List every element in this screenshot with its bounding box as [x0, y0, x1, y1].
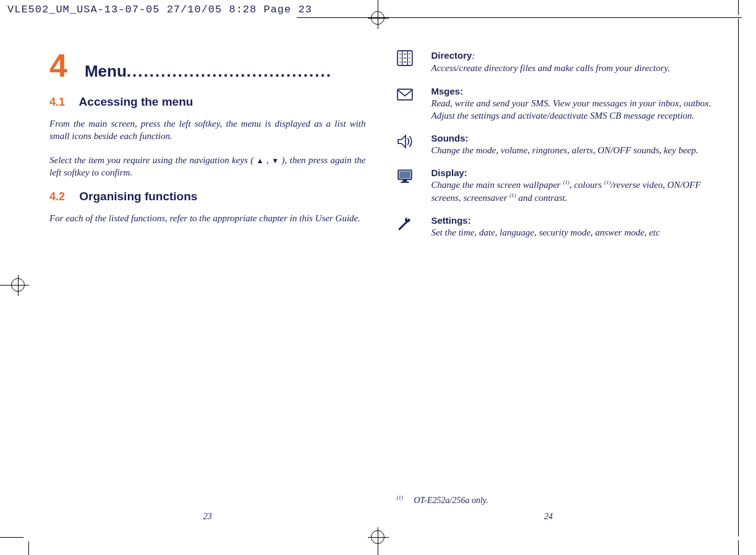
- section-heading-4-1: 4.1 Accessing the menu: [49, 95, 366, 109]
- registration-mark-top: [362, 0, 393, 28]
- function-display: Display: Change the main screen wallpape…: [397, 167, 713, 204]
- section-heading-4-2: 4.2 Organising functions: [49, 190, 366, 203]
- chapter-heading: 4 Menu .................................…: [49, 49, 366, 82]
- directory-icon: [397, 50, 413, 66]
- page-number: 23: [37, 512, 378, 522]
- page-right: Directory: Access/create directory files…: [378, 43, 720, 530]
- chapter-number: 4: [49, 49, 67, 82]
- paragraph: Select the item you require using the na…: [49, 154, 366, 179]
- section-title: Organising functions: [79, 190, 197, 203]
- function-messages: Msges: Read, write and send your SMS. Vi…: [397, 86, 713, 122]
- dot-leader: ....................................: [127, 62, 332, 81]
- footnote-text: OT-E252a/256a only.: [414, 496, 488, 505]
- svg-marker-13: [398, 135, 406, 148]
- function-description: Change the main screen wallpaper (1), co…: [431, 180, 701, 202]
- section-number: 4.1: [49, 96, 65, 108]
- section-title: Accessing the menu: [79, 95, 193, 108]
- printer-header: VLE502_UM_USA-13-07-05 27/10/05 8:28 Pag…: [7, 4, 312, 15]
- function-description: Change the mode, volume, ringtones, aler…: [431, 145, 699, 155]
- function-settings: Settings: Set the time, date, language, …: [397, 215, 713, 239]
- text-fragment: ,: [264, 155, 272, 165]
- nav-down-icon: ▼: [271, 156, 279, 166]
- paragraph: From the main screen, press the left sof…: [49, 117, 366, 143]
- footnote: (1) OT-E252a/256a only.: [397, 494, 488, 506]
- svg-rect-16: [402, 180, 407, 182]
- function-colon: :: [472, 51, 475, 61]
- function-description: Read, write and send your SMS. View your…: [431, 98, 711, 121]
- envelope-icon: [397, 87, 413, 103]
- registration-mark-bottom: [362, 527, 393, 555]
- wrench-icon: [397, 216, 413, 232]
- nav-up-icon: ▲: [257, 156, 264, 166]
- function-title: Settings:: [431, 215, 471, 226]
- function-sounds: Sounds: Change the mode, volume, rington…: [397, 133, 713, 156]
- speaker-icon: [397, 133, 413, 150]
- chapter-title: Menu: [85, 62, 127, 81]
- text-fragment: Select the item you require using the na…: [49, 155, 257, 165]
- svg-rect-15: [399, 172, 410, 179]
- page-left: 4 Menu .................................…: [37, 43, 378, 530]
- svg-rect-12: [397, 89, 412, 100]
- svg-rect-17: [401, 182, 409, 183]
- paragraph: For each of the listed functions, refer …: [49, 212, 366, 224]
- monitor-icon: [397, 168, 413, 184]
- function-directory: Directory: Access/create directory files…: [397, 49, 713, 75]
- registration-mark-left: [0, 269, 28, 300]
- function-title: Display:: [431, 167, 467, 178]
- function-title: Directory: [431, 50, 472, 61]
- crop-line-right: [738, 19, 739, 536]
- function-description: Set the time, date, language, security m…: [431, 227, 660, 237]
- page-number: 24: [378, 512, 720, 522]
- section-number: 4.2: [49, 190, 65, 203]
- footnote-marker: (1): [397, 494, 404, 501]
- function-title: Sounds:: [431, 133, 469, 143]
- function-title: Msges:: [431, 86, 464, 96]
- function-description: Access/create directory files and make c…: [431, 63, 670, 73]
